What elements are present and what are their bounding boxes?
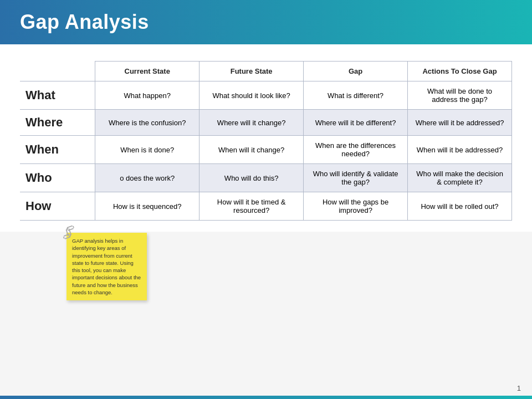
main-content: Current State Future State Gap Actions T… (0, 44, 532, 232)
cell-where-current: Where is the confusion? (95, 110, 200, 136)
cell-who-actions: Who will make the decision & complete it… (408, 164, 512, 192)
cell-who-gap: Who will identify & validate the gap? (304, 164, 408, 192)
cell-what-actions: What will be done to address the gap? (408, 81, 512, 110)
cell-when-gap: When are the differences needed? (304, 136, 408, 164)
bottom-bar (0, 396, 532, 399)
header-current-state: Current State (95, 62, 200, 81)
gap-analysis-table: Current State Future State Gap Actions T… (20, 61, 512, 221)
cell-how-future: How will it be timed & resourced? (200, 192, 304, 221)
page-title: Gap Analysis (20, 11, 149, 34)
cell-how-gap: How will the gaps be improved? (304, 192, 408, 221)
cell-where-actions: Where will it be addressed? (408, 110, 512, 136)
sticky-note: GAP analysis helps in identifying key ar… (66, 233, 147, 300)
table-row: WhatWhat happen?What should it look like… (20, 81, 512, 110)
header-empty (20, 62, 95, 81)
cell-where-future: Where will it change? (200, 110, 304, 136)
header-actions: Actions To Close Gap (408, 62, 512, 81)
row-label-when: When (20, 136, 95, 164)
page-number: 1 (517, 384, 521, 392)
cell-where-gap: Where will it be different? (304, 110, 408, 136)
sticky-note-text: GAP analysis helps in identifying key ar… (72, 238, 141, 295)
table-header-row: Current State Future State Gap Actions T… (20, 62, 512, 81)
table-row: WhereWhere is the confusion?Where will i… (20, 110, 512, 136)
header-gap: Gap (304, 62, 408, 81)
page-header: Gap Analysis (0, 0, 532, 44)
cell-how-current: How is it sequenced? (95, 192, 200, 221)
table-row: HowHow is it sequenced?How will it be ti… (20, 192, 512, 221)
table-row: WhenWhen is it done?When will it change?… (20, 136, 512, 164)
cell-when-current: When is it done? (95, 136, 200, 164)
header-future-state: Future State (200, 62, 304, 81)
cell-what-current: What happen? (95, 81, 200, 110)
cell-how-actions: How will it be rolled out? (408, 192, 512, 221)
row-label-what: What (20, 81, 95, 110)
cell-what-gap: What is different? (304, 81, 408, 110)
table-row: Whoo does the work?Who will do this?Who … (20, 164, 512, 192)
cell-who-future: Who will do this? (200, 164, 304, 192)
cell-when-actions: When will it be addressed? (408, 136, 512, 164)
row-label-who: Who (20, 164, 95, 192)
row-label-how: How (20, 192, 95, 221)
cell-what-future: What should it look like? (200, 81, 304, 110)
cell-who-current: o does the work? (95, 164, 200, 192)
row-label-where: Where (20, 110, 95, 136)
cell-when-future: When will it change? (200, 136, 304, 164)
